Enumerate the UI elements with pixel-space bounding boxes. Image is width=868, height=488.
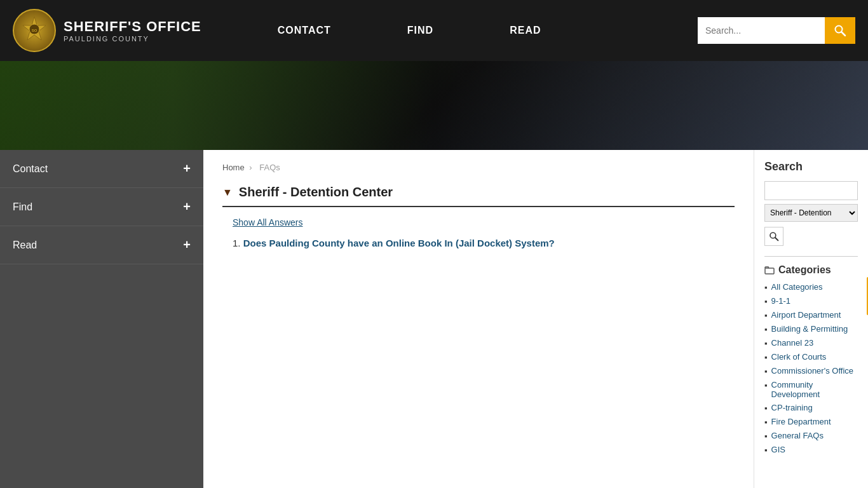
header: SO SHERIFF'S OFFICE PAULDING COUNTY CONT… (0, 0, 868, 61)
category-general: General FAQs (764, 431, 858, 441)
sidebar-read-plus: + (183, 238, 191, 252)
category-channel: Channel 23 (764, 338, 858, 348)
nav-contact[interactable]: CONTACT (240, 25, 369, 36)
search-icon (834, 24, 846, 37)
faq-question-link[interactable]: Does Paulding County have an Online Book… (243, 238, 555, 248)
svg-line-6 (775, 238, 778, 240)
nav-find[interactable]: FIND (369, 25, 471, 36)
main-nav: CONTACT FIND READ (240, 25, 698, 36)
search-icon-right (769, 231, 779, 241)
svg-text:SO: SO (32, 29, 37, 32)
sidebar-read-label: Read (13, 240, 37, 251)
faq-search-input[interactable] (764, 181, 858, 200)
category-911: 9-1-1 (764, 296, 858, 306)
sidebar-contact-label: Contact (13, 163, 48, 175)
logo-badge: SO (13, 9, 56, 52)
right-sidebar: Search Sheriff - Detention All Categorie… (754, 150, 868, 488)
category-list: All Categories 9-1-1 Airport Department … (764, 282, 858, 455)
category-gis-link[interactable]: GIS (771, 445, 785, 454)
logo-text: SHERIFF'S OFFICE PAULDING COUNTY (64, 18, 201, 43)
category-clerk: Clerk of Courts (764, 352, 858, 362)
hero-image (0, 61, 868, 150)
faq-number: 1. (233, 238, 241, 248)
search-panel-title: Search (764, 160, 858, 173)
category-building: Building & Permitting (764, 324, 858, 334)
svg-line-4 (842, 32, 846, 36)
category-commissioner-link[interactable]: Commissioner's Office (771, 366, 853, 376)
sidebar-item-contact[interactable]: Contact + (0, 150, 203, 188)
category-cptraining: CP-training (764, 403, 858, 413)
sidebar-find-label: Find (13, 201, 32, 213)
category-all: All Categories (764, 282, 858, 292)
sidebar-item-find[interactable]: Find + (0, 188, 203, 226)
faq-title-bar: ▼ Sheriff - Detention Center (222, 185, 735, 207)
category-building-link[interactable]: Building & Permitting (771, 324, 848, 334)
categories-divider (764, 256, 858, 257)
category-commissioner: Commissioner's Office (764, 366, 858, 376)
category-fire: Fire Department (764, 417, 858, 427)
category-all-link[interactable]: All Categories (771, 282, 823, 292)
breadcrumb: Home › FAQs (222, 163, 735, 172)
sidebar: Contact + Find + Read + (0, 150, 203, 488)
show-all-answers-link[interactable]: Show All Answers (233, 217, 735, 227)
category-community-link[interactable]: Community Development (771, 380, 858, 399)
faq-search-button[interactable] (764, 227, 783, 246)
faq-title: Sheriff - Detention Center (239, 185, 393, 200)
search-input[interactable] (698, 17, 825, 44)
logo-county: PAULDING COUNTY (64, 35, 201, 43)
faq-triangle: ▼ (222, 187, 233, 198)
folder-icon (764, 265, 775, 275)
faq-list: 1. Does Paulding County have an Online B… (233, 238, 735, 248)
breadcrumb-current: FAQs (259, 163, 280, 172)
sidebar-contact-plus: + (183, 161, 191, 176)
category-cptraining-link[interactable]: CP-training (771, 403, 813, 412)
nav-read[interactable]: READ (471, 25, 579, 36)
category-community: Community Development (764, 380, 858, 399)
categories-panel-title: Categories (764, 264, 858, 276)
sidebar-item-read[interactable]: Read + (0, 226, 203, 264)
logo-sheriff: SHERIFF'S OFFICE (64, 18, 201, 35)
faq-section: ▼ Sheriff - Detention Center Show All An… (222, 185, 735, 248)
category-gis: GIS (764, 445, 858, 455)
category-clerk-link[interactable]: Clerk of Courts (771, 352, 827, 362)
content-area: Home › FAQs ▼ Sheriff - Detention Center… (203, 150, 754, 488)
category-general-link[interactable]: General FAQs (771, 431, 824, 440)
category-channel-link[interactable]: Channel 23 (771, 338, 814, 348)
breadcrumb-separator: › (249, 163, 252, 172)
breadcrumb-home[interactable]: Home (222, 163, 245, 172)
logo-area: SO SHERIFF'S OFFICE PAULDING COUNTY (13, 9, 201, 52)
faq-item: 1. Does Paulding County have an Online B… (233, 238, 735, 248)
category-select[interactable]: Sheriff - Detention All Categories 9-1-1… (764, 204, 858, 222)
category-911-link[interactable]: 9-1-1 (771, 296, 790, 306)
search-button[interactable] (825, 17, 855, 44)
sidebar-find-plus: + (183, 200, 191, 214)
categories-label: Categories (778, 264, 831, 276)
category-airport-link[interactable]: Airport Department (771, 310, 841, 320)
search-box-right: Sheriff - Detention All Categories 9-1-1… (764, 181, 858, 246)
main-layout: Contact + Find + Read + Home › FAQs ▼ Sh… (0, 150, 868, 488)
category-fire-link[interactable]: Fire Department (771, 417, 831, 426)
search-area (698, 17, 855, 44)
svg-rect-7 (765, 268, 774, 274)
category-airport: Airport Department (764, 310, 858, 320)
